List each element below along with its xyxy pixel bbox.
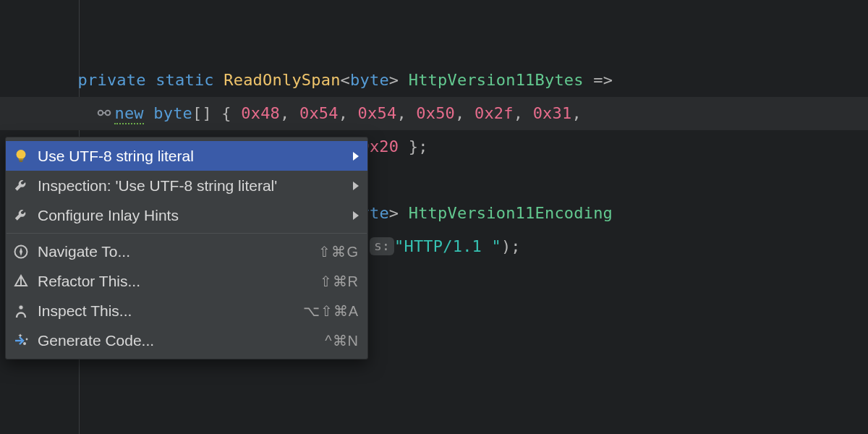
menu-item-inspection[interactable]: Inspection: 'Use UTF-8 string literal'	[6, 171, 367, 200]
menu-item-label: Generate Code...	[38, 332, 318, 349]
svg-point-4	[98, 111, 103, 116]
code-line[interactable]: private static ReadOnlySpan<byte> HttpVe…	[0, 64, 868, 97]
prism-icon	[13, 273, 29, 289]
menu-item-shortcut: ^⌘N	[325, 332, 359, 349]
wrench-icon	[13, 178, 29, 194]
returns-inlay-icon	[97, 104, 114, 122]
menu-separator	[7, 233, 367, 234]
svg-point-12	[23, 342, 26, 345]
menu-item-label: Inspection: 'Use UTF-8 string literal'	[38, 177, 346, 195]
chevron-right-icon	[353, 211, 359, 220]
chevron-right-icon	[353, 152, 359, 161]
menu-item-label: Inspect This...	[38, 302, 296, 320]
svg-point-6	[17, 150, 26, 159]
menu-item-configure-inlay[interactable]: Configure Inlay Hints	[6, 200, 367, 230]
menu-item-label: Configure Inlay Hints	[38, 207, 346, 224]
menu-item-inspect-this[interactable]: Inspect This...⌥⇧⌘A	[6, 296, 367, 326]
chevron-right-icon	[353, 182, 359, 190]
menu-item-label: Refactor This...	[38, 273, 312, 290]
wrench-icon	[13, 208, 29, 224]
svg-point-5	[106, 111, 111, 116]
menu-item-shortcut: ⇧⌘G	[318, 243, 359, 260]
menu-item-shortcut: ⇧⌘R	[320, 273, 359, 290]
intentions-menu: Use UTF-8 string literalInspection: 'Use…	[5, 137, 368, 359]
menu-item-navigate-to[interactable]: Navigate To...⇧⌘G	[6, 237, 367, 266]
menu-item-shortcut: ⌥⇧⌘A	[303, 302, 359, 320]
menu-item-generate-code[interactable]: Generate Code...^⌘N	[6, 326, 367, 355]
menu-item-use-utf8[interactable]: Use UTF-8 string literal	[6, 141, 367, 171]
bulb-icon	[13, 148, 29, 164]
menu-item-refactor-this[interactable]: Refactor This...⇧⌘R	[6, 266, 367, 296]
code-line-active[interactable]: new byte[] { 0x48, 0x54, 0x54, 0x50, 0x2…	[0, 97, 868, 130]
svg-rect-8	[20, 161, 23, 162]
svg-rect-7	[19, 158, 24, 161]
parameter-inlay-hint: s:	[370, 237, 394, 255]
menu-item-label: Navigate To...	[38, 243, 311, 260]
inspect-icon	[13, 303, 29, 319]
compass-icon	[13, 244, 29, 260]
svg-point-13	[26, 338, 28, 340]
menu-item-label: Use UTF-8 string literal	[38, 148, 346, 165]
generate-icon	[13, 333, 29, 349]
